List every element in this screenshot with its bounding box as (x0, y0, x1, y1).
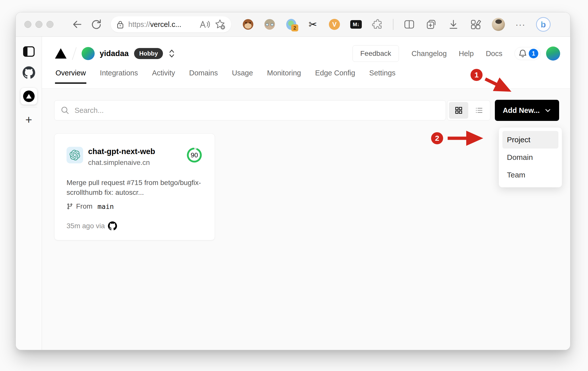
tab-activity[interactable]: Activity (151, 69, 175, 84)
back-button[interactable] (72, 19, 83, 30)
tab-settings[interactable]: Settings (369, 69, 396, 84)
from-label: From (76, 202, 92, 210)
browser-sidebar: + (16, 37, 42, 350)
bing-icon: b (536, 17, 551, 32)
sidebar-divider (21, 107, 37, 107)
vercel-dashboard: yidadaa Hobby Feedback Changelog Help Do… (42, 37, 570, 350)
notifications-button[interactable]: 1 (514, 47, 541, 60)
notification-count-badge: 1 (529, 49, 538, 58)
page-area: + yidadaa Hobby Feedback Changelog (16, 37, 570, 350)
project-name[interactable]: chat-gpt-next-web (88, 147, 155, 157)
user-avatar[interactable] (546, 47, 560, 61)
grid-view-icon (454, 106, 463, 115)
close-window-button[interactable] (24, 21, 31, 28)
reload-button[interactable] (91, 19, 102, 30)
reload-icon (91, 19, 102, 30)
translate-badge: 2 (291, 24, 298, 31)
project-card[interactable]: chat-gpt-next-web chat.simplenaive.cn 90… (54, 133, 215, 240)
dropdown-item-project[interactable]: Project (502, 131, 558, 149)
score-value: 90 (186, 147, 203, 163)
dashboard-tabs: Overview Integrations Activity Domains U… (55, 69, 396, 84)
chevron-updown-icon (168, 49, 175, 59)
deployment-meta: 35m ago via (67, 221, 203, 230)
list-view-icon (475, 106, 484, 115)
bing-chat-button[interactable]: b (536, 17, 551, 32)
tab-usage[interactable]: Usage (231, 69, 254, 84)
url-text: https://vercel.c... (128, 20, 181, 29)
markdown-extension-icon[interactable]: M↓ (350, 19, 362, 30)
sidebar-toggle-button[interactable] (23, 46, 35, 57)
vercel-header: yidadaa Hobby Feedback Changelog Help Do… (42, 37, 570, 89)
team-name[interactable]: yidadaa (100, 49, 129, 58)
download-icon (448, 19, 459, 30)
cat-avatar-image (492, 18, 505, 31)
split-screen-button[interactable] (403, 19, 415, 30)
team-switcher-button[interactable] (168, 49, 175, 59)
search-input[interactable] (75, 106, 440, 115)
add-new-button[interactable]: Add New... (495, 100, 559, 121)
add-new-dropdown: Project Domain Team (499, 127, 562, 188)
star-plus-icon (214, 19, 226, 30)
translate-extension-icon[interactable]: 2 (285, 19, 297, 30)
search-icon (61, 106, 70, 115)
help-link[interactable]: Help (459, 50, 474, 58)
read-aloud-button[interactable] (199, 20, 210, 29)
commit-message: Merge pull request #715 from betgo/bugfi… (67, 178, 204, 197)
tab-edge-config[interactable]: Edge Config (315, 69, 356, 84)
toolbar-right-group: ··· b (403, 17, 551, 32)
changelog-link[interactable]: Changelog (411, 50, 447, 58)
docs-link[interactable]: Docs (486, 50, 502, 58)
vercel-favicon (23, 90, 35, 102)
tab-monitoring[interactable]: Monitoring (267, 69, 302, 84)
github-source-icon (108, 221, 117, 230)
sidebar-new-tab-button[interactable]: + (25, 114, 32, 125)
extensions-menu-button[interactable] (372, 19, 383, 30)
git-branch-icon (67, 203, 73, 210)
sidebar-vercel-tab-active[interactable] (21, 88, 37, 105)
markdown-download-icon: M↓ (350, 20, 362, 29)
plan-badge: Hobby (134, 48, 163, 59)
chevron-down-icon (544, 107, 551, 114)
tampermonkey-extension-icon[interactable] (242, 19, 254, 30)
add-new-label: Add New... (503, 106, 540, 115)
url-host: vercel.c... (150, 20, 181, 28)
v-extension-icon[interactable]: V (329, 19, 340, 30)
vercel-logo[interactable] (54, 48, 67, 59)
puzzle-icon (372, 19, 383, 30)
branch-row: From main (67, 202, 203, 210)
v-icon: V (329, 19, 340, 30)
sidebar-github-tab[interactable] (23, 66, 35, 79)
view-toggle-group (447, 100, 490, 120)
settings-menu-button[interactable]: ··· (515, 20, 525, 29)
tab-domains[interactable]: Domains (189, 69, 218, 84)
github-icon (23, 66, 35, 79)
minimize-window-button[interactable] (35, 21, 42, 28)
tab-overview[interactable]: Overview (55, 69, 86, 84)
sidebar-panel-icon (23, 46, 35, 57)
tab-integrations[interactable]: Integrations (99, 69, 139, 84)
extension-icons: 2 ✂ V M↓ (242, 19, 383, 30)
address-bar[interactable]: https://vercel.c... (111, 16, 231, 32)
lock-icon (116, 20, 124, 29)
granny-extension-icon[interactable] (264, 19, 275, 30)
dropdown-item-team[interactable]: Team (502, 166, 558, 184)
workspaces-button[interactable] (470, 19, 481, 30)
collections-button[interactable] (426, 19, 437, 30)
browser-toolbar: https://vercel.c... (16, 12, 570, 37)
collections-icon (426, 19, 437, 30)
project-search[interactable] (54, 100, 446, 120)
dropdown-item-domain[interactable]: Domain (502, 149, 558, 166)
project-domain[interactable]: chat.simplenaive.cn (88, 159, 155, 167)
monkey-icon (243, 19, 253, 30)
grid-view-button[interactable] (449, 102, 468, 119)
read-aloud-icon (199, 20, 210, 29)
zoom-window-button[interactable] (46, 21, 53, 28)
downloads-button[interactable] (448, 19, 459, 30)
add-favorite-button[interactable] (214, 19, 226, 30)
clipper-extension-icon[interactable]: ✂ (307, 19, 319, 30)
feedback-button[interactable]: Feedback (352, 45, 399, 62)
list-view-button[interactable] (469, 102, 489, 119)
team-avatar[interactable] (82, 47, 95, 60)
back-arrow-icon (72, 19, 83, 30)
browser-profile-avatar[interactable] (492, 18, 505, 31)
